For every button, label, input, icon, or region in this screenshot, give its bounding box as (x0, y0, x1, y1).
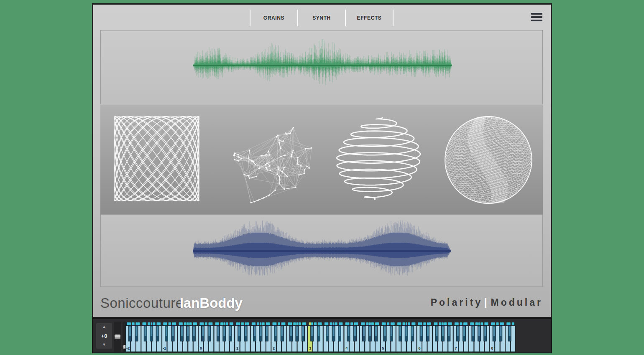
tab-effects[interactable]: EFFECTS (346, 10, 393, 26)
key-color-tab (158, 322, 161, 325)
key-color-tab (281, 322, 283, 325)
footer: SoniccoutureIanBoddy Polarity|Modular (100, 292, 544, 316)
modulation-graphics-band (100, 105, 543, 214)
key-color-tab (181, 322, 183, 325)
key-color-tab (137, 322, 140, 325)
key-color-tab (288, 322, 291, 325)
key-color-tab (241, 322, 244, 325)
key-color-tab (217, 322, 219, 325)
key-color-tab (129, 322, 131, 325)
key-color-tab (387, 322, 389, 325)
key-color-tab (135, 322, 137, 325)
key-color-tab (209, 322, 210, 325)
moire-sphere-graphic (440, 112, 537, 208)
key-color-tab (493, 322, 495, 325)
grain-sample-panel (100, 30, 543, 104)
key-color-tab (384, 322, 386, 325)
brand-row: SoniccoutureIanBoddy (100, 295, 243, 311)
key-color-tab (327, 322, 328, 325)
octave-label: -2 (126, 346, 130, 350)
key-color-tab (187, 322, 189, 325)
tab-synth[interactable]: SYNTH (298, 10, 345, 26)
key-color-tab (231, 322, 233, 325)
octave-label: 2 (273, 346, 275, 350)
key-color-tab (512, 322, 514, 325)
key-color-tab (319, 322, 322, 325)
key-color-tab (455, 322, 457, 325)
key-color-tab (363, 322, 365, 325)
key-color-tab (273, 322, 275, 325)
octave-label: 0 (200, 346, 202, 350)
key-color-tab (296, 322, 298, 325)
key-color-tab (491, 322, 493, 325)
key-color-tab (252, 322, 254, 325)
key-color-tab (189, 322, 192, 325)
key-color-tab (299, 322, 301, 325)
key-color-tab (220, 322, 223, 325)
keyboard-keys[interactable]: -2-1012345678 (93, 319, 551, 352)
key-color-tab (145, 322, 146, 325)
key-color-tab (369, 322, 371, 325)
octave-label: 8 (491, 346, 493, 350)
key-color-tab (500, 322, 501, 325)
desktop-background: GRAINS SYNTH EFFECTS (0, 0, 644, 355)
key-color-tab (246, 322, 249, 325)
key-color-tab (397, 322, 400, 325)
artist-ianboddy: IanBoddy (180, 295, 243, 311)
key-color-tab (236, 322, 239, 325)
key-color-tab (450, 322, 452, 325)
key-color-tab (166, 322, 167, 325)
octave-label: 6 (418, 346, 420, 350)
key-color-tab (460, 322, 462, 325)
key-color-tab (262, 322, 265, 325)
key-color-tab (442, 322, 444, 325)
tab-grains[interactable]: GRAINS (250, 10, 297, 26)
key-color-tab (205, 322, 207, 325)
network-mesh-graphic (226, 112, 322, 208)
hamburger-menu-icon[interactable] (531, 13, 542, 23)
key-color-tab (202, 322, 204, 325)
key-color-tab (475, 322, 478, 325)
octave-label: -1 (163, 346, 166, 350)
synth-waveform-display[interactable] (101, 215, 542, 287)
key-color-tab (418, 322, 421, 325)
key-color-tab (267, 322, 270, 325)
key-color-tab (382, 322, 384, 325)
key-color-tab (245, 322, 247, 325)
key-color-tab (408, 322, 410, 325)
key-color-tab (496, 322, 499, 325)
key-color-tab (413, 322, 415, 325)
key-color-tab (354, 322, 356, 325)
key-color-tab (304, 322, 306, 325)
key-color-tab (436, 322, 437, 325)
key-color-tab (335, 322, 337, 325)
key-color-tab (260, 322, 261, 325)
key-color-tab (257, 322, 259, 325)
key-color-tab (429, 322, 431, 325)
grain-waveform-display[interactable] (101, 30, 542, 104)
key-color-tab (356, 322, 358, 325)
key-color-tab (444, 322, 447, 325)
key-color-tab (143, 322, 145, 325)
key-color-tab (361, 322, 363, 325)
key-color-tab (314, 322, 317, 325)
key-color-tab (151, 322, 152, 325)
key-color-tab (132, 322, 135, 325)
key-color-tab (427, 322, 429, 325)
product-edition: Modular (491, 297, 543, 308)
key-color-tab (210, 322, 212, 325)
key-color-tab (421, 322, 422, 325)
kontakt-keyboard: ▲ +0 ▼ -2-1012345678 (92, 318, 552, 353)
key-color-tab (163, 322, 166, 325)
main-nav: GRAINS SYNTH EFFECTS (250, 10, 394, 26)
key-color-tab (311, 322, 313, 325)
spiral-coil-graphic (330, 112, 427, 208)
key-color-tab (376, 322, 379, 325)
key-color-tab (439, 322, 442, 325)
key-color-tab (399, 322, 401, 325)
key-color-tab (199, 322, 202, 325)
octave-label: 1 (236, 346, 238, 350)
piano-key-white[interactable] (511, 326, 515, 352)
octave-label: 4 (345, 346, 348, 350)
key-color-tab (423, 322, 426, 325)
